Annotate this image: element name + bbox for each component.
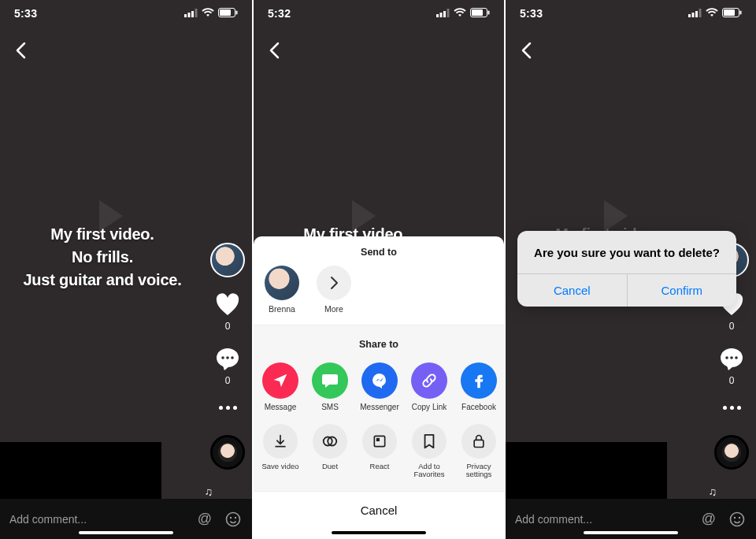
at-mention-icon[interactable]: @	[195, 510, 214, 529]
more-label: More	[324, 305, 343, 314]
home-indicator[interactable]	[79, 531, 173, 534]
svg-point-38	[734, 516, 736, 518]
music-note-icon: ♫	[709, 485, 717, 498]
share-message-button[interactable]: Message	[260, 362, 301, 411]
back-button[interactable]	[512, 36, 540, 65]
comment-icon	[213, 345, 242, 374]
svg-rect-28	[695, 11, 698, 17]
share-messenger-button[interactable]: Messenger	[359, 362, 400, 411]
like-count: 0	[225, 321, 231, 332]
status-time: 5:33	[14, 7, 37, 20]
like-button[interactable]: 0	[213, 291, 242, 332]
screen-video-1: 5:33 My first video. No frills. Just gui…	[0, 0, 252, 539]
status-bar: 5:32	[254, 0, 504, 27]
more-recipients-button[interactable]: More	[315, 266, 353, 314]
caption-line: Just guitar and voice.	[0, 269, 205, 292]
share-facebook-button[interactable]: Facebook	[458, 362, 499, 411]
caption-line: No frills.	[0, 246, 205, 269]
svg-rect-29	[699, 9, 702, 17]
comment-input[interactable]: Add comment...	[515, 513, 690, 526]
svg-rect-0	[184, 14, 187, 17]
heart-icon	[213, 291, 242, 319]
status-bar: 5:33	[0, 0, 252, 27]
svg-point-9	[226, 356, 229, 359]
link-icon	[411, 362, 447, 399]
comment-count: 0	[729, 375, 735, 386]
comment-input[interactable]: Add comment...	[9, 513, 186, 526]
profile-avatar[interactable]	[210, 243, 245, 277]
svg-rect-1	[188, 13, 191, 17]
screen-share-sheet: 5:32 My first video. Send to Brenna	[252, 0, 504, 539]
svg-point-37	[731, 512, 744, 526]
emoji-icon[interactable]	[728, 510, 747, 529]
chevron-left-icon	[521, 42, 532, 59]
svg-point-11	[227, 512, 240, 526]
send-to-title: Send to	[254, 236, 504, 266]
music-note-icon: ♫	[205, 485, 213, 498]
comment-button[interactable]: 0	[213, 345, 242, 386]
share-sms-button[interactable]: SMS	[309, 362, 350, 411]
share-target-label: Facebook	[461, 403, 496, 411]
svg-rect-6	[236, 11, 238, 15]
send-to-row[interactable]: Brenna More	[254, 266, 504, 325]
dialog-title: Are you sure you want to delete?	[517, 231, 736, 273]
svg-point-34	[725, 356, 728, 359]
svg-rect-27	[692, 13, 695, 17]
battery-icon	[470, 7, 490, 20]
share-target-label: SMS	[321, 403, 339, 411]
action-row[interactable]: Save video Duet React	[254, 416, 504, 488]
svg-rect-17	[447, 9, 450, 17]
home-indicator[interactable]	[584, 531, 678, 534]
more-button[interactable]	[219, 406, 237, 410]
chevron-left-icon	[269, 42, 280, 59]
svg-point-36	[735, 356, 738, 359]
comment-button[interactable]: 0	[717, 345, 746, 386]
status-bar: 5:33	[506, 0, 756, 27]
sms-icon	[312, 362, 348, 399]
back-button[interactable]	[6, 36, 35, 65]
dialog-cancel-button[interactable]: Cancel	[517, 274, 627, 307]
svg-point-10	[231, 356, 234, 359]
play-icon[interactable]	[99, 200, 123, 232]
status-indicators	[436, 7, 490, 20]
react-icon	[362, 424, 397, 459]
sound-disc[interactable]	[210, 435, 245, 470]
timeline-thumbnail-strip[interactable]	[506, 442, 667, 499]
react-button[interactable]: React	[359, 424, 400, 478]
svg-rect-20	[488, 11, 490, 15]
bookmark-icon	[412, 424, 447, 459]
svg-rect-3	[195, 9, 198, 17]
play-icon[interactable]	[352, 200, 376, 232]
action-label: Duet	[322, 463, 338, 470]
favorite-button[interactable]: Add to Favorites	[409, 424, 450, 478]
svg-rect-15	[440, 13, 443, 17]
cellular-signal-icon	[436, 7, 450, 20]
recipient-item[interactable]: Brenna	[263, 266, 301, 314]
svg-point-12	[230, 516, 232, 518]
battery-icon	[218, 7, 238, 20]
back-button[interactable]	[260, 36, 288, 65]
svg-point-13	[235, 516, 236, 518]
recipient-name: Brenna	[269, 305, 295, 314]
wifi-icon	[454, 7, 466, 20]
home-indicator[interactable]	[332, 531, 426, 534]
timeline-thumbnail-strip[interactable]	[0, 442, 161, 499]
emoji-icon[interactable]	[224, 510, 243, 529]
status-time: 5:32	[268, 7, 291, 20]
share-copylink-button[interactable]: Copy Link	[409, 362, 450, 411]
svg-point-35	[730, 356, 733, 359]
privacy-button[interactable]: Privacy settings	[458, 424, 499, 478]
svg-point-39	[739, 516, 740, 518]
svg-rect-31	[724, 9, 735, 16]
save-video-button[interactable]: Save video	[260, 424, 301, 478]
duet-button[interactable]: Duet	[309, 424, 350, 478]
chevron-right-icon	[317, 266, 351, 300]
share-to-row[interactable]: Message SMS Messenger	[254, 358, 504, 416]
svg-rect-24	[376, 438, 380, 441]
at-mention-icon[interactable]: @	[699, 510, 718, 529]
sound-disc[interactable]	[714, 435, 749, 470]
action-label: Save video	[261, 463, 298, 470]
cellular-signal-icon	[184, 7, 198, 20]
more-button[interactable]	[723, 406, 741, 410]
dialog-confirm-button[interactable]: Confirm	[627, 274, 737, 307]
